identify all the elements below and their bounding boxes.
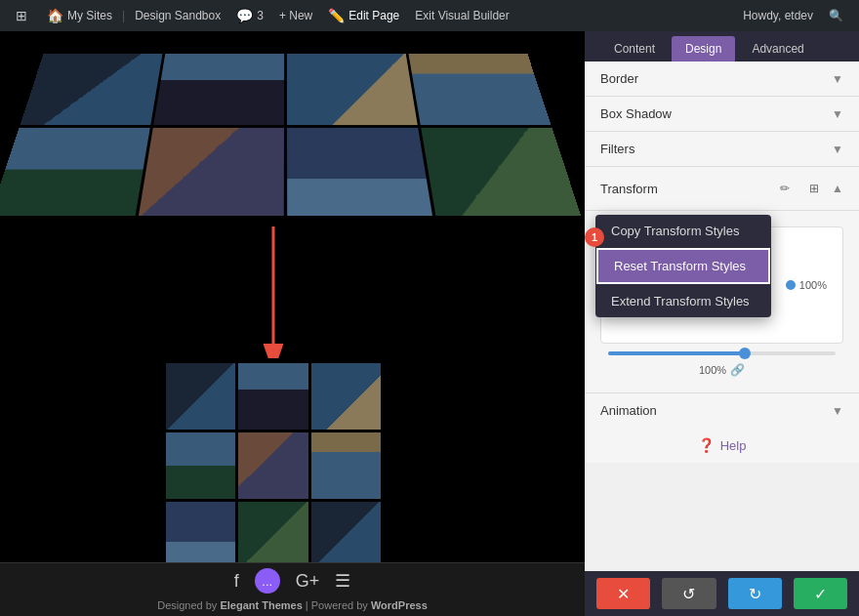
scale-percent-right: 100% <box>799 279 827 291</box>
photo-cell <box>166 502 235 568</box>
help-row[interactable]: ❓ Help <box>585 428 859 463</box>
design-sandbox[interactable]: Design Sandbox <box>127 0 228 31</box>
cancel-button[interactable]: ✕ <box>596 578 650 609</box>
social-icons: f ... G+ ☰ <box>234 568 351 594</box>
arrow-container <box>234 222 312 358</box>
photo-cell <box>238 502 307 568</box>
box-shadow-chevron: ▼ <box>832 107 843 121</box>
photo-grid-bottom <box>166 363 381 568</box>
howdy-label[interactable]: Howdy, etdev <box>735 0 821 31</box>
search-icon: 🔍 <box>829 9 843 22</box>
transform-scale-right: 100% <box>786 279 827 291</box>
edit-page-button[interactable]: ✏️ Edit Page <box>320 0 407 31</box>
photo-cell <box>287 128 432 216</box>
rss-icon[interactable]: ☰ <box>335 570 350 592</box>
comments[interactable]: 💬 3 <box>228 0 271 31</box>
transform-slider-thumb[interactable] <box>739 348 751 359</box>
admin-bar: ⊞ 🏠 My Sites | Design Sandbox 💬 3 + New … <box>0 0 859 31</box>
link-icon[interactable]: 🔗 <box>730 363 745 377</box>
grid-transform-icon[interactable]: ⊞ <box>802 177 826 200</box>
border-chevron: ▼ <box>832 72 843 86</box>
transform-dot <box>786 280 796 290</box>
transform-slider[interactable] <box>608 351 836 355</box>
filters-section[interactable]: Filters ▼ <box>585 132 859 167</box>
redo-button[interactable]: ↻ <box>728 578 782 609</box>
photo-cell <box>311 432 381 499</box>
photo-cell <box>408 54 551 125</box>
photo-cell <box>166 432 235 499</box>
photo-cell <box>238 432 307 499</box>
animation-section[interactable]: Animation ▼ <box>585 392 859 428</box>
animation-chevron: ▼ <box>832 404 843 418</box>
transform-chevron[interactable]: ▲ <box>832 182 843 195</box>
photo-cell <box>287 54 418 125</box>
undo-button[interactable]: ↺ <box>662 578 716 609</box>
photo-cell <box>0 128 150 216</box>
filters-label: Filters <box>600 142 634 156</box>
transform-header-icons: ✏ ⊞ ▲ <box>773 177 843 200</box>
border-section[interactable]: Border ▼ <box>585 62 859 97</box>
my-sites[interactable]: 🏠 My Sites <box>39 0 120 31</box>
photo-cell <box>311 363 381 430</box>
twitter-icon[interactable]: ... <box>255 568 280 594</box>
footer-text: Designed by Elegant Themes | Powered by … <box>157 599 428 611</box>
wp-logo[interactable]: ⊞ <box>8 0 39 31</box>
photo-cell <box>139 128 284 216</box>
photo-cell <box>421 128 581 216</box>
help-text: Help <box>720 438 747 453</box>
transform-header-left: Transform <box>600 182 658 196</box>
context-menu: Copy Transform Styles Reset Transform St… <box>595 215 771 317</box>
pencil-transform-icon[interactable]: ✏ <box>773 177 797 200</box>
photo-cell <box>238 363 307 430</box>
scale-percent-bottom: 100% <box>699 364 726 376</box>
new-button[interactable]: + New <box>271 0 320 31</box>
panel-tabs: Content Design Advanced <box>585 28 859 62</box>
extend-transform-styles[interactable]: Extend Transform Styles <box>595 285 771 317</box>
home-icon: 🏠 <box>47 8 63 23</box>
border-label: Border <box>600 71 638 86</box>
transform-header: Transform ✏ ⊞ ▲ <box>585 167 859 211</box>
save-button[interactable]: ✓ <box>794 578 847 609</box>
transform-slider-container <box>600 351 843 355</box>
photo-cell <box>166 363 235 430</box>
help-icon: ❓ <box>698 437 715 453</box>
pencil-icon: ✏️ <box>328 8 345 23</box>
transform-label: Transform <box>600 182 658 196</box>
transform-slider-fill <box>608 351 745 355</box>
photo-cell <box>153 54 284 125</box>
facebook-icon[interactable]: f <box>234 571 239 592</box>
canvas-area: f ... G+ ☰ Designed by Elegant Themes | … <box>0 31 585 616</box>
comment-icon: 💬 <box>236 8 253 23</box>
wp-icon: ⊞ <box>16 8 27 23</box>
photo-cell <box>20 54 162 125</box>
box-shadow-section[interactable]: Box Shadow ▼ <box>585 97 859 132</box>
reset-transform-styles[interactable]: Reset Transform Styles <box>596 248 770 284</box>
copy-transform-styles[interactable]: Copy Transform Styles <box>595 215 771 247</box>
footer-bar: f ... G+ ☰ Designed by Elegant Themes | … <box>0 562 585 616</box>
photo-cell <box>311 502 381 568</box>
exit-builder-button[interactable]: Exit Visual Builder <box>407 0 517 31</box>
transform-scale-bottom: 100% 🔗 <box>600 363 843 377</box>
filters-chevron: ▼ <box>832 143 843 156</box>
googleplus-icon[interactable]: G+ <box>296 571 320 592</box>
box-shadow-label: Box Shadow <box>600 106 672 121</box>
tab-content[interactable]: Content <box>600 36 669 62</box>
bottom-bar: ✕ ↺ ↻ ✓ <box>585 571 859 616</box>
arrow-svg <box>234 222 312 358</box>
admin-bar-right: Howdy, etdev 🔍 <box>735 0 851 31</box>
search-button[interactable]: 🔍 <box>821 0 851 31</box>
tab-design[interactable]: Design <box>672 36 735 62</box>
animation-label: Animation <box>600 403 657 418</box>
photo-grid-top <box>0 54 581 216</box>
tab-advanced[interactable]: Advanced <box>738 36 817 62</box>
badge: 1 <box>585 227 604 247</box>
